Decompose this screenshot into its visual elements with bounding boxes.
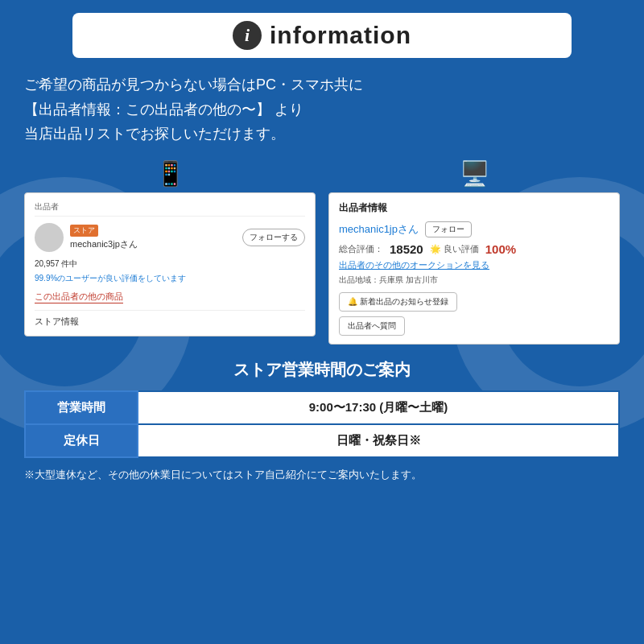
hours-label-business: 営業時間: [25, 391, 138, 424]
info-icon: i: [233, 21, 262, 50]
right-panel: 出品者情報 mechanic1jpさん フォロー 総合評価： 18520 🌟 良…: [328, 192, 620, 345]
desc-line3: 当店出品リストでお探しいただけます。: [24, 126, 285, 142]
right-seller-name: mechanic1jpさん: [339, 222, 419, 237]
notify-button[interactable]: 🔔 新着出品のお知らせ登録: [339, 292, 457, 312]
avatar: [35, 223, 64, 252]
desc-line2: 【出品者情報：この出品者の他の〜】 より: [24, 101, 303, 118]
auction-link[interactable]: 出品者のその他のオークションを見る: [339, 259, 609, 271]
store-info-link[interactable]: ストア情報: [35, 310, 305, 328]
follow-button[interactable]: フォローする: [242, 229, 305, 246]
mobile-screenshot-wrapper: 📱 出品者 ストア mechanic3jpさん フォローする 20,957 件中…: [24, 159, 316, 336]
pc-icon: 🖥️: [460, 159, 489, 188]
right-follow-button[interactable]: フォロー: [425, 221, 472, 237]
other-items-link[interactable]: この出品者の他の商品: [35, 291, 123, 303]
store-hours-title: ストア営業時間のご案内: [24, 359, 620, 381]
good-label: 🌟 良い評価: [430, 243, 479, 255]
question-button[interactable]: 出品者へ質問: [339, 316, 405, 336]
rating-label: 総合評価：: [339, 243, 383, 255]
store-hours-section: ストア営業時間のご案内 営業時間 9:00〜17:30 (月曜〜土曜) 定休日 …: [24, 359, 620, 482]
store-badge: ストア: [70, 225, 98, 237]
hours-note: ※大型連休など、その他の休業日についてはストア自己紹介にてご案内いたします。: [24, 468, 620, 482]
hours-value-business: 9:00〜17:30 (月曜〜土曜): [138, 391, 619, 424]
main-description: ご希望の商品が見つからない場合はPC・スマホ共に 【出品者情報：この出品者の他の…: [24, 72, 620, 147]
hours-label-holiday: 定休日: [25, 424, 138, 457]
hours-table: 営業時間 9:00〜17:30 (月曜〜土曜) 定休日 日曜・祝祭日※: [24, 390, 620, 458]
rating-number: 18520: [390, 242, 423, 256]
left-panel: 出品者 ストア mechanic3jpさん フォローする 20,957 件中 9…: [24, 192, 316, 336]
desc-line1: ご希望の商品が見つからない場合はPC・スマホ共に: [24, 76, 363, 93]
hours-row-business: 営業時間 9:00〜17:30 (月曜〜土曜): [25, 391, 619, 424]
pc-screenshot-wrapper: 🖥️ 出品者情報 mechanic1jpさん フォロー 総合評価： 18520 …: [328, 159, 620, 345]
phone-icon: 📱: [155, 159, 185, 188]
seller-location: 出品地域：兵庫県 加古川市: [339, 275, 609, 286]
main-container: i information ご希望の商品が見つからない場合はPC・スマホ共に 【…: [0, 0, 644, 495]
right-seller-row: mechanic1jpさん フォロー: [339, 221, 609, 237]
hours-value-holiday: 日曜・祝祭日※: [138, 424, 619, 457]
right-rating-row: 総合評価： 18520 🌟 良い評価 100%: [339, 242, 609, 256]
screenshots-row: 📱 出品者 ストア mechanic3jpさん フォローする 20,957 件中…: [24, 159, 620, 345]
hours-row-holiday: 定休日 日曜・祝祭日※: [25, 424, 619, 457]
info-banner: i information: [72, 13, 572, 58]
left-seller-row: ストア mechanic3jpさん フォローする: [35, 223, 305, 252]
good-percentage: 100%: [485, 242, 516, 256]
panel-stats: 20,957 件中: [35, 258, 305, 270]
panel-positive-rate: 99.9%のユーザーが良い評価をしています: [35, 273, 305, 284]
seller-name: mechanic3jpさん: [70, 239, 138, 249]
seller-info: ストア mechanic3jpさん: [70, 225, 236, 250]
right-panel-title: 出品者情報: [339, 201, 609, 215]
left-panel-label: 出品者: [35, 201, 305, 217]
info-title: information: [270, 22, 411, 49]
